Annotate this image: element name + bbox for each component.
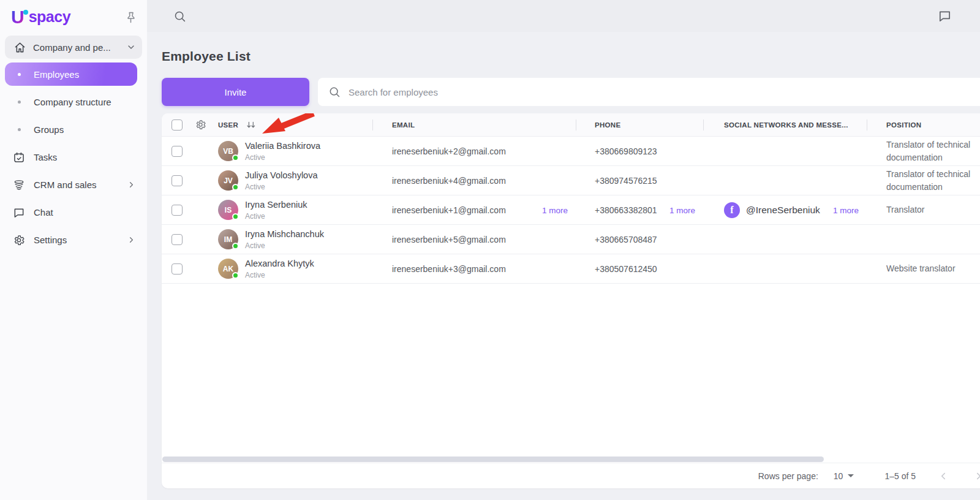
table-row[interactable]: IS Iryna Serbeniuk Active ireneserbeniuk… xyxy=(162,195,980,225)
position-cell: Website translator xyxy=(867,262,980,275)
user-cell[interactable]: IS Iryna Serbeniuk Active xyxy=(218,199,372,220)
table-body: VB Valeriia Bashkirova Active ireneserbe… xyxy=(162,137,980,284)
social-handle[interactable]: @IreneSerbeniuk xyxy=(746,205,820,216)
email-cell: ireneserbeniuk+1@gmail.com 1 more xyxy=(372,205,576,215)
column-header-user[interactable]: USER xyxy=(218,113,372,136)
table-row[interactable]: VB Valeriia Bashkirova Active ireneserbe… xyxy=(162,137,980,166)
workspace-switcher[interactable]: Company and pe... xyxy=(5,36,142,59)
user-cell[interactable]: VB Valeriia Bashkirova Active xyxy=(218,140,372,161)
phone-more-link[interactable]: 1 more xyxy=(669,205,695,214)
sidebar-item-crm-and-sales[interactable]: CRM and sales xyxy=(5,171,142,199)
phone-value[interactable]: +380507612450 xyxy=(595,264,657,274)
column-header-phone[interactable]: PHONE xyxy=(576,113,703,136)
employee-status: Active xyxy=(245,183,318,191)
employee-name: Juliya Voloshylova xyxy=(245,170,318,181)
user-cell[interactable]: AK Alexandra Khytyk Active xyxy=(218,258,372,279)
email-value[interactable]: ireneserbeniuk+5@gmail.com xyxy=(392,235,506,244)
phone-cell: +380663382801 1 more xyxy=(576,205,703,215)
sidebar-item-label: Employees xyxy=(34,69,79,80)
topbar xyxy=(147,0,980,32)
sidebar-item-company-structure[interactable]: Company structure xyxy=(5,88,142,116)
bullet-icon xyxy=(12,73,26,76)
email-value[interactable]: ireneserbeniuk+1@gmail.com xyxy=(392,205,506,215)
column-label-phone: PHONE xyxy=(595,121,620,129)
row-checkbox[interactable] xyxy=(172,263,183,275)
home-icon xyxy=(13,42,26,53)
position-cell: Translator of technical documentation xyxy=(867,168,980,193)
sidebar-item-employees[interactable]: Employees xyxy=(5,63,137,86)
column-label-position: POSITION xyxy=(886,121,921,129)
email-cell: ireneserbeniuk+3@gmail.com xyxy=(372,264,576,274)
chevron-right-icon xyxy=(127,235,136,244)
messenger-icon[interactable] xyxy=(938,9,952,23)
search-input[interactable] xyxy=(349,87,980,97)
row-checkbox[interactable] xyxy=(172,146,183,157)
global-search-icon[interactable] xyxy=(173,10,186,23)
phone-value[interactable]: +380974576215 xyxy=(595,176,657,186)
online-status-dot xyxy=(232,243,239,249)
employee-status: Active xyxy=(245,241,324,250)
social-cell: f @IreneSerbeniuk 1 more xyxy=(703,202,867,218)
email-value[interactable]: ireneserbeniuk+2@gmail.com xyxy=(392,146,506,156)
user-cell[interactable]: IM Iryna Mishchanchuk Active xyxy=(218,229,372,249)
sidebar-item-label: Company structure xyxy=(34,97,111,107)
sidebar-item-tasks[interactable]: Tasks xyxy=(5,143,142,171)
bullet-icon xyxy=(12,128,26,131)
sidebar-item-label: Tasks xyxy=(34,152,57,162)
table-row[interactable]: AK Alexandra Khytyk Active ireneserbeniu… xyxy=(162,254,980,284)
horizontal-scrollbar-track xyxy=(162,455,980,463)
employee-name: Alexandra Khytyk xyxy=(245,258,314,269)
rows-per-page-label: Rows per page: xyxy=(758,471,818,481)
sidebar-item-groups[interactable]: Groups xyxy=(5,116,142,143)
employee-status: Active xyxy=(245,212,307,221)
phone-value[interactable]: +380669809123 xyxy=(595,146,657,156)
sort-icon[interactable] xyxy=(246,120,258,130)
phone-cell: +380669809123 xyxy=(576,146,703,156)
phone-value[interactable]: +380665708487 xyxy=(595,235,657,244)
sidebar-item-chat[interactable]: Chat xyxy=(5,199,142,226)
phone-cell: +380974576215 xyxy=(576,176,703,186)
social-more-link[interactable]: 1 more xyxy=(833,205,859,214)
position-cell: Translator xyxy=(867,203,980,216)
employee-avatar: IS xyxy=(218,200,238,220)
chevron-right-icon xyxy=(127,180,136,189)
row-checkbox[interactable] xyxy=(172,234,183,245)
select-all-checkbox[interactable] xyxy=(172,119,183,131)
invite-button[interactable]: Invite xyxy=(162,78,309,106)
email-value[interactable]: ireneserbeniuk+3@gmail.com xyxy=(392,264,506,274)
online-status-dot xyxy=(232,272,239,279)
employee-table-card: USER EMAIL PHONE xyxy=(162,113,980,488)
pin-sidebar-icon[interactable] xyxy=(123,10,138,25)
column-header-position[interactable]: POSITION xyxy=(867,113,980,136)
workspace-label: Company and pe... xyxy=(33,42,111,53)
bullet-icon xyxy=(12,100,26,104)
next-page-button[interactable] xyxy=(973,471,980,482)
employee-status: Active xyxy=(245,153,320,162)
chevron-down-icon xyxy=(126,42,136,52)
column-header-email[interactable]: EMAIL xyxy=(372,113,576,136)
sidebar-nav: Employees Company structure Groups Tasks xyxy=(5,63,142,254)
previous-page-button[interactable] xyxy=(938,471,949,482)
row-checkbox[interactable] xyxy=(172,205,183,216)
email-more-link[interactable]: 1 more xyxy=(542,205,568,214)
table-empty-space xyxy=(162,284,980,455)
facebook-icon[interactable]: f xyxy=(724,202,740,218)
sidebar-item-settings[interactable]: Settings xyxy=(5,226,142,254)
column-header-social[interactable]: SOCIAL NETWORKS AND MESSE... xyxy=(703,113,867,136)
main-area: Employee List Invite xyxy=(147,0,980,500)
user-avatar[interactable] xyxy=(967,5,980,28)
logo-u-glyph: U xyxy=(11,8,24,26)
uspacy-logo[interactable]: U spacy xyxy=(11,8,70,26)
user-cell[interactable]: JV Juliya Voloshylova Active xyxy=(218,170,372,191)
rows-per-page-select[interactable]: 10 xyxy=(834,471,854,481)
table-row[interactable]: IM Iryna Mishchanchuk Active ireneserben… xyxy=(162,225,980,254)
table-settings-gear-icon[interactable] xyxy=(195,119,218,131)
column-label-user: USER xyxy=(218,121,238,129)
row-checkbox[interactable] xyxy=(172,175,183,186)
sidebar: U spacy Company and pe... xyxy=(0,0,147,500)
phone-value[interactable]: +380663382801 xyxy=(595,205,657,215)
email-value[interactable]: ireneserbeniuk+4@gmail.com xyxy=(392,176,506,186)
horizontal-scrollbar-thumb[interactable] xyxy=(162,456,824,462)
phone-cell: +380507612450 xyxy=(576,264,703,274)
table-row[interactable]: JV Juliya Voloshylova Active ireneserben… xyxy=(162,166,980,195)
